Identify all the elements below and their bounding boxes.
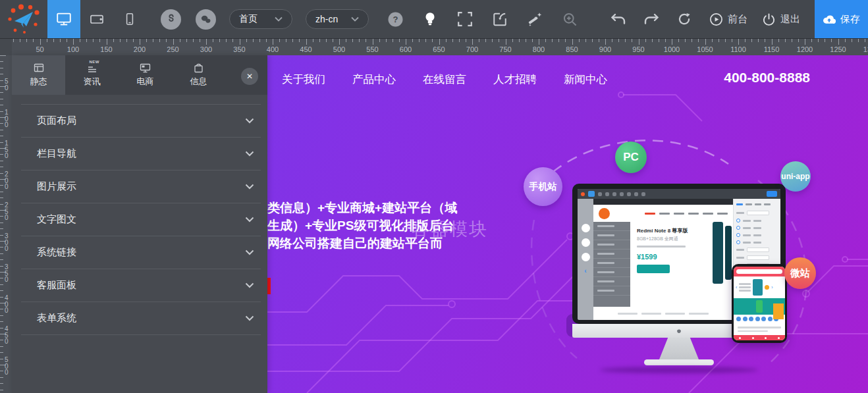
ruler-tick (472, 39, 473, 45)
ruler-tick (572, 39, 573, 45)
mobile-phone-icon (122, 12, 137, 26)
ruler-tick (685, 39, 686, 42)
ruler-label: 1 5 0 (5, 140, 9, 159)
ruler-tick (0, 235, 3, 236)
ruler-tick (366, 39, 366, 42)
ruler-tick (133, 39, 134, 42)
ruler-tick (339, 39, 340, 45)
panel-tab-4[interactable]: 信息 (172, 55, 225, 95)
site-nav-item-1[interactable]: 关于我们 (282, 72, 325, 87)
ruler-tick (200, 39, 200, 42)
site-nav-item-4[interactable]: 人才招聘 (493, 72, 537, 87)
ruler-tick (313, 39, 313, 42)
redo-icon[interactable] (642, 10, 661, 28)
ruler-tick (466, 39, 466, 42)
ruler-tick (459, 39, 460, 42)
ruler-tick (47, 39, 47, 42)
panel-section-2[interactable]: 栏目导航 (21, 138, 261, 170)
device-mobile-button[interactable] (113, 0, 146, 38)
ruler-tick (359, 39, 360, 42)
device-tablet-button[interactable] (80, 0, 113, 38)
ruler-tick (0, 167, 3, 167)
ruler-tick (665, 39, 666, 42)
ruler-tick (120, 39, 121, 42)
ruler-tick (738, 39, 739, 45)
utility-icons: ? (386, 10, 579, 28)
save-button[interactable]: 保存 (815, 0, 868, 38)
magic-wand-icon[interactable] (526, 10, 544, 28)
ruler-tick (0, 123, 3, 124)
device-desktop-button[interactable] (47, 0, 80, 38)
ruler-tick (492, 39, 493, 42)
ruler-tick (0, 74, 3, 74)
ruler-tick (0, 352, 3, 353)
ruler-tick (213, 39, 213, 42)
ruler-tick (0, 216, 3, 217)
ruler-tick (0, 290, 3, 291)
ruler-tick (0, 136, 3, 136)
preview-front-button[interactable]: 前台 (709, 13, 747, 26)
page-dropdown-value: 首页 (239, 13, 258, 25)
ruler-tick (0, 278, 3, 278)
mobile-header (734, 267, 785, 276)
undo-icon[interactable] (609, 10, 628, 28)
draft-import-icon[interactable] (491, 10, 509, 28)
refresh-icon[interactable] (675, 10, 693, 28)
ruler-tick (778, 39, 779, 42)
site-canvas[interactable]: 关于我们产品中心在线留言人才招聘新闻中心 400-800-8888 类信息）+专… (267, 55, 868, 393)
ruler-tick (352, 39, 353, 42)
ruler-label: 400 (267, 45, 279, 53)
panel-section-5[interactable]: 系统链接 (21, 236, 261, 269)
panel-section-label: 图片展示 (37, 180, 76, 193)
close-icon: ✕ (246, 72, 253, 81)
site-phone-number[interactable]: 400-800-8888 (724, 70, 810, 86)
ruler-tick (512, 39, 513, 42)
fullscreen-icon[interactable] (456, 10, 474, 28)
exit-button[interactable]: 退出 (762, 13, 800, 26)
paper-plane-logo-icon (7, 4, 41, 34)
ruler-tick (306, 39, 307, 45)
ruler-label: 800 (533, 45, 545, 53)
ruler-tick (485, 39, 486, 42)
ruler-tick (13, 39, 14, 42)
badge-pc: PC (615, 142, 647, 173)
panel-tab-1[interactable]: 静态 (12, 55, 65, 95)
app-logo[interactable] (0, 0, 47, 38)
wechat-icon[interactable] (196, 9, 216, 30)
panel-section-1[interactable]: 页面布局 (21, 105, 261, 138)
ruler-tick (0, 197, 3, 198)
ruler-tick (672, 39, 672, 45)
panel-section-7[interactable]: 表单系统 (21, 302, 261, 335)
zoom-search-icon[interactable] (560, 10, 579, 28)
page-dropdown[interactable]: 首页 (229, 9, 292, 29)
panel-tab-2[interactable]: NEW资讯 (65, 55, 119, 95)
ruler-label: 700 (466, 45, 478, 53)
miniprogram-icon[interactable] (161, 9, 181, 30)
panel-tab-3[interactable]: 电商 (119, 55, 172, 95)
ruler-tick (792, 39, 792, 42)
panel-section-6[interactable]: 客服面板 (21, 269, 261, 302)
badge-mobile-site: 手机站 (524, 167, 562, 206)
panel-section-3[interactable]: 图片展示 (21, 170, 261, 203)
site-nav-item-2[interactable]: 产品中心 (352, 72, 396, 87)
power-icon (762, 13, 776, 26)
lightbulb-icon[interactable] (421, 10, 439, 28)
ruler-tick (140, 39, 140, 45)
ruler-tick (53, 39, 54, 42)
language-dropdown[interactable]: zh-cn (306, 9, 369, 29)
ruler-label: 1 0 0 (5, 109, 9, 128)
ruler-tick (0, 259, 3, 260)
site-nav-item-3[interactable]: 在线留言 (423, 72, 466, 87)
chevron-down-icon (245, 151, 254, 157)
ruler-tick (26, 39, 27, 42)
site-nav-item-5[interactable]: 新闻中心 (564, 72, 607, 87)
help-icon[interactable]: ? (386, 10, 404, 28)
panel-section-4[interactable]: 文字图文 (21, 203, 261, 236)
panel-close-button[interactable]: ✕ (241, 68, 258, 85)
ruler-label: 900 (599, 45, 611, 53)
ruler-tick (206, 39, 207, 45)
ruler-tick (60, 39, 61, 42)
ruler-tick (692, 39, 692, 42)
ruler-tick (0, 204, 3, 205)
ruler-label: 5 0 (5, 78, 9, 91)
